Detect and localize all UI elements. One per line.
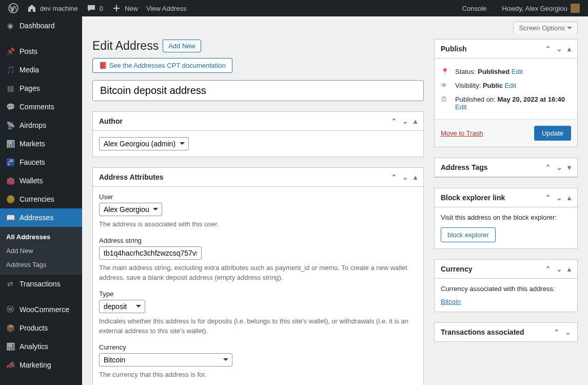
coin-icon: 🪙 xyxy=(5,194,15,204)
menu-marketing[interactable]: 📣Marketing xyxy=(0,356,82,374)
menu-appearance[interactable]: 🖌️Appearance xyxy=(0,381,82,385)
currency-field-label: Currency xyxy=(99,343,417,351)
chevron-down-icon xyxy=(567,27,572,32)
type-field-label: Type xyxy=(99,290,417,298)
edit-status-link[interactable]: Edit xyxy=(512,68,523,75)
submenu-add-new[interactable]: Add New xyxy=(0,244,82,258)
toggle-icon[interactable]: ▾ xyxy=(567,163,571,171)
update-button[interactable]: Update xyxy=(534,126,571,141)
status-value: Published xyxy=(478,68,509,75)
comment-icon xyxy=(86,3,96,13)
comment-icon: 💬 xyxy=(5,102,15,112)
menu-transactions[interactable]: ⇄Transactions xyxy=(0,275,82,293)
move-up-icon[interactable]: ⌃ xyxy=(391,173,397,181)
view-address[interactable]: View Address xyxy=(142,0,191,16)
documentation-link-label: See the Addresses CPT documentation xyxy=(109,62,226,69)
currency-side-title: Currency xyxy=(441,265,472,273)
toggle-icon[interactable]: ▴ xyxy=(567,45,571,53)
comments-link[interactable]: 0 xyxy=(82,0,107,16)
menu-media[interactable]: 🎵Media xyxy=(0,61,82,79)
author-metabox: Author ⌃ ⌄ ▴ Alex Georgiou (admin) xyxy=(92,111,424,157)
menu-markets[interactable]: 📊Markets xyxy=(0,134,82,153)
menu-posts[interactable]: 📌Posts xyxy=(0,42,82,61)
submenu-address-tags[interactable]: Address Tags xyxy=(0,258,82,272)
status-label: Status: xyxy=(455,68,478,75)
menu-analytics[interactable]: 📊Analytics xyxy=(0,337,82,356)
block-explorer-button[interactable]: block explorer xyxy=(441,227,496,242)
wp-logo[interactable] xyxy=(4,0,23,16)
media-icon: 🎵 xyxy=(5,65,15,75)
type-select[interactable]: deposit xyxy=(99,300,145,313)
currency-side-metabox: Currency ⌃ ⌄ ▴ Currency associated with … xyxy=(434,259,578,312)
edit-visibility-link[interactable]: Edit xyxy=(505,82,516,89)
address-string-input[interactable] xyxy=(99,246,202,260)
documentation-link[interactable]: 📕 See the Addresses CPT documentation xyxy=(92,58,232,73)
transactions-associated-metabox: Transactions associated ⌃ ⌄ xyxy=(434,322,578,342)
menu-dashboard[interactable]: ◉Dashboard xyxy=(0,16,82,35)
toggle-icon[interactable]: ▴ xyxy=(567,265,571,273)
menu-woocommerce[interactable]: ⓦWooCommerce xyxy=(0,300,82,319)
airdrop-icon: 📡 xyxy=(5,120,15,130)
address-attributes-metabox: Address Attributes ⌃ ⌄ ▴ User Alex Georg… xyxy=(92,167,424,385)
edit-date-link[interactable]: Edit xyxy=(455,103,466,111)
published-on-label: Published on: xyxy=(455,95,497,103)
move-down-icon[interactable]: ⌄ xyxy=(565,328,571,336)
console-link[interactable]: Console xyxy=(458,0,491,16)
address-attributes-title: Address Attributes xyxy=(99,173,164,181)
move-up-icon[interactable]: ⌃ xyxy=(545,194,551,202)
visibility-icon: 👁 xyxy=(441,82,450,89)
toggle-icon[interactable]: ▴ xyxy=(414,173,417,181)
move-down-icon[interactable]: ⌄ xyxy=(556,194,562,202)
move-up-icon[interactable]: ⌃ xyxy=(391,117,397,125)
site-name[interactable]: dev machine xyxy=(23,0,82,16)
publish-title: Publish xyxy=(441,45,467,53)
toggle-icon[interactable]: ▴ xyxy=(567,194,571,202)
move-down-icon[interactable]: ⌄ xyxy=(556,45,562,53)
type-field-desc: Indicates whether this address is for de… xyxy=(99,316,417,336)
move-up-icon[interactable]: ⌃ xyxy=(545,45,551,53)
move-down-icon[interactable]: ⌄ xyxy=(556,163,562,171)
megaphone-icon: 📣 xyxy=(5,360,15,370)
console-label: Console xyxy=(462,5,487,12)
plus-icon xyxy=(111,3,122,13)
menu-faucets[interactable]: 🚰Faucets xyxy=(0,153,82,171)
menu-addresses[interactable]: 📖Addresses xyxy=(0,208,82,227)
menu-products[interactable]: 📦Products xyxy=(0,319,82,337)
new-label: New xyxy=(125,5,138,12)
post-title-input[interactable] xyxy=(92,80,424,101)
view-address-label: View Address xyxy=(146,5,187,12)
currency-select[interactable]: Bitcoin xyxy=(99,353,232,367)
move-to-trash-link[interactable]: Move to Trash xyxy=(441,129,483,137)
menu-pages[interactable]: ▤Pages xyxy=(0,79,82,98)
menu-airdrops[interactable]: 📡Airdrops xyxy=(0,116,82,134)
move-up-icon[interactable]: ⌃ xyxy=(545,265,551,273)
user-select[interactable]: Alex Georgiou xyxy=(99,203,162,216)
toggle-icon[interactable]: ▴ xyxy=(414,117,417,125)
book-icon: 📖 xyxy=(5,213,15,223)
submenu-all-addresses[interactable]: All Addresses xyxy=(0,230,82,244)
add-new-button[interactable]: Add New xyxy=(163,40,201,52)
menu-comments[interactable]: 💬Comments xyxy=(0,98,82,116)
author-metabox-title: Author xyxy=(99,117,123,125)
bars-icon: 📊 xyxy=(5,341,15,352)
menu-wallets[interactable]: 👛Wallets xyxy=(0,171,82,190)
move-down-icon[interactable]: ⌄ xyxy=(556,265,562,273)
currency-link[interactable]: Bitcoin xyxy=(441,298,461,305)
currency-side-desc: Currency associated with this address: xyxy=(441,285,571,293)
move-up-icon[interactable]: ⌃ xyxy=(545,163,551,171)
home-icon xyxy=(27,3,37,13)
new-content[interactable]: New xyxy=(107,0,142,16)
my-account[interactable]: Howdy, Alex Georgiou xyxy=(498,0,584,16)
move-up-icon[interactable]: ⌃ xyxy=(554,328,560,336)
swap-icon: ⇄ xyxy=(5,279,15,289)
admin-bar: dev machine 0 New View Address Console H… xyxy=(0,0,588,16)
move-down-icon[interactable]: ⌄ xyxy=(402,117,408,125)
author-select[interactable]: Alex Georgiou (admin) xyxy=(99,137,189,150)
wordpress-icon xyxy=(8,3,18,13)
address-tags-title: Address Tags xyxy=(441,163,488,171)
visibility-label: Visibility: xyxy=(455,82,483,89)
move-down-icon[interactable]: ⌄ xyxy=(402,173,408,181)
svg-point-0 xyxy=(9,4,18,13)
screen-options-button[interactable]: Screen Options xyxy=(513,22,578,34)
menu-currencies[interactable]: 🪙Currencies xyxy=(0,190,82,208)
